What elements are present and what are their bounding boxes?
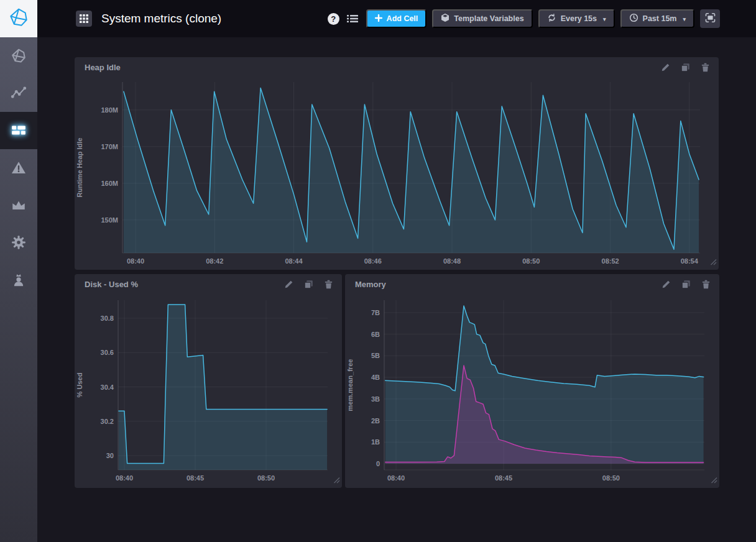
panel-actions [661,63,710,72]
panel-title[interactable]: Memory [355,280,386,289]
clock-icon [629,13,638,24]
svg-text:180M: 180M [101,106,118,114]
edit-cell-icon[interactable] [661,63,670,72]
gear-icon [11,234,27,250]
svg-text:4B: 4B [371,374,380,381]
delete-cell-icon[interactable] [701,280,711,289]
svg-text:150M: 150M [101,216,118,224]
memory-chart[interactable]: 01B2B3B4B5B6B7B08:4008:4508:50mem.mean_f… [345,294,719,488]
panel-title[interactable]: Disk - Used % [85,280,138,289]
cube-icon [441,13,449,24]
panel-resize-handle[interactable] [711,475,717,486]
svg-text:08:50: 08:50 [257,474,275,482]
panel-header: Memory [345,274,719,294]
panel-resize-handle[interactable] [333,475,340,486]
duplicate-cell-icon[interactable] [304,280,313,289]
svg-text:mem.mean_free: mem.mean_free [346,359,354,411]
hosts-cubo-icon [11,48,27,64]
presentation-mode-button[interactable] [700,9,720,28]
panel-body: 3030.230.430.630.808:4008:4508:50% Used [75,294,342,490]
sidebar-item-alerts[interactable] [0,149,37,186]
svg-text:08:40: 08:40 [116,474,133,482]
svg-text:170M: 170M [101,143,118,150]
panel-header: Heap Idle [75,57,719,77]
panel-memory: Memory 01B2B3B4B5B6B7B08:4008:4508:50mem… [345,274,719,488]
sidebar [0,0,37,542]
svg-text:08:48: 08:48 [443,257,461,265]
main-area: System metrics (clone) ? Add Cell [37,0,756,542]
svg-text:08:45: 08:45 [187,474,204,482]
dashboard-grid-icon[interactable] [76,11,92,27]
svg-text:08:54: 08:54 [681,257,699,265]
svg-text:30.2: 30.2 [101,418,114,425]
svg-text:30.8: 30.8 [101,315,114,322]
sidebar-item-dashboards[interactable] [0,112,37,149]
svg-text:3B: 3B [371,395,380,403]
topbar-right: ? Add Cell [328,9,720,28]
time-range-dropdown[interactable]: Past 15m ▾ [620,9,694,28]
duplicate-cell-icon[interactable] [681,280,691,289]
svg-text:08:50: 08:50 [602,474,620,482]
panel-disk-used: Disk - Used % 3030.230.430.630.808:4008:… [75,274,342,488]
sidebar-item-user-admin[interactable] [0,261,37,298]
panel-header: Disk - Used % [75,274,342,294]
panel-actions [662,280,711,289]
autorefresh-dropdown[interactable]: Every 15s ▾ [538,9,615,28]
sidebar-item-data-explorer[interactable] [0,75,37,112]
svg-text:08:50: 08:50 [522,257,540,265]
svg-text:0: 0 [376,460,380,467]
panel-body: 01B2B3B4B5B6B7B08:4008:4508:50mem.mean_f… [345,294,719,490]
svg-text:30.4: 30.4 [101,384,114,391]
chevron-down-icon: ▾ [683,16,686,22]
app-logo[interactable] [0,0,37,37]
sidebar-item-hosts[interactable] [0,37,37,75]
topbar-left: System metrics (clone) [76,4,221,33]
svg-text:08:40: 08:40 [387,474,405,482]
heap-idle-chart[interactable]: 150M160M170M180M08:4008:4208:4408:4608:4… [75,77,719,270]
template-variables-button[interactable]: Template Variables [432,9,532,28]
svg-text:08:45: 08:45 [495,474,512,482]
svg-text:08:40: 08:40 [127,257,144,265]
refresh-icon [547,13,556,24]
svg-text:08:52: 08:52 [602,257,619,265]
alert-triangle-icon [11,160,27,176]
svg-text:5B: 5B [371,352,380,359]
plus-icon [375,14,382,24]
svg-text:30: 30 [106,452,114,459]
panel-resize-handle[interactable] [710,257,717,268]
panel-heap-idle: Heap Idle 150M160M170M180M08:4008:4208:4… [75,57,719,270]
add-cell-label: Add Cell [387,14,418,23]
dashboard-canvas: Heap Idle 150M160M170M180M08:4008:4208:4… [37,37,756,542]
legend-toggle-icon[interactable] [347,14,358,24]
svg-text:08:42: 08:42 [206,257,223,265]
svg-text:6B: 6B [371,331,380,338]
panel-body: 150M160M170M180M08:4008:4208:4408:4608:4… [75,77,719,272]
svg-text:1B: 1B [371,438,380,446]
svg-text:7B: 7B [371,309,380,316]
chevron-down-icon: ▾ [603,16,606,22]
autorefresh-label: Every 15s [561,14,597,23]
topbar: System metrics (clone) ? Add Cell [37,0,756,37]
svg-text:08:44: 08:44 [285,257,303,265]
template-variables-label: Template Variables [454,14,523,23]
panel-title[interactable]: Heap Idle [85,63,121,72]
add-cell-button[interactable]: Add Cell [366,9,427,28]
edit-cell-icon[interactable] [284,280,293,289]
panel-actions [284,280,333,289]
sidebar-item-configuration[interactable] [0,224,37,261]
dashboard-title[interactable]: System metrics (clone) [101,12,221,25]
help-icon[interactable]: ? [328,13,339,25]
chronograf-logo-icon [9,7,29,30]
time-range-label: Past 15m [643,14,677,23]
edit-cell-icon[interactable] [662,280,671,289]
user-crown-icon [11,272,27,288]
svg-text:30.6: 30.6 [101,349,114,356]
duplicate-cell-icon[interactable] [681,63,690,72]
sidebar-item-admin[interactable] [0,186,37,224]
delete-cell-icon[interactable] [701,63,710,72]
disk-used-chart[interactable]: 3030.230.430.630.808:4008:4508:50% Used [75,294,342,488]
svg-text:2B: 2B [371,417,380,425]
svg-text:160M: 160M [101,180,118,187]
data-explorer-graph-icon [11,85,27,101]
delete-cell-icon[interactable] [324,280,333,289]
